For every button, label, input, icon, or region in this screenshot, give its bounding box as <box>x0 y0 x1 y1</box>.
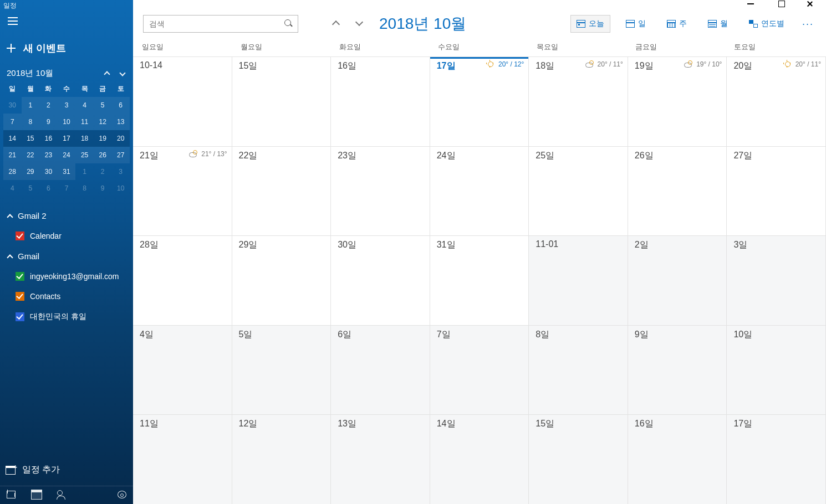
calendar-list-item[interactable]: Calendar <box>6 226 128 246</box>
mini-day-cell[interactable]: 25 <box>75 147 94 163</box>
day-cell[interactable]: 2일 <box>628 235 727 325</box>
people-icon[interactable] <box>57 490 68 500</box>
day-cell[interactable]: 15일 <box>232 56 332 146</box>
window-close-button[interactable] <box>805 0 820 8</box>
mini-day-cell[interactable]: 22 <box>22 147 40 163</box>
day-cell[interactable]: 17일 <box>727 414 826 504</box>
mini-day-cell[interactable]: 13 <box>111 114 130 130</box>
mini-day-cell[interactable]: 10 <box>58 114 76 130</box>
day-cell[interactable]: 31일 <box>430 235 529 325</box>
mini-day-cell[interactable]: 5 <box>94 97 112 114</box>
mini-day-cell[interactable]: 3 <box>111 163 130 180</box>
calendar-checkbox[interactable] <box>16 272 24 281</box>
prev-period-button[interactable] <box>329 17 343 30</box>
day-cell[interactable]: 17일20° / 12° <box>430 56 529 146</box>
day-cell[interactable]: 11일 <box>133 414 232 504</box>
day-cell[interactable]: 26일 <box>628 146 727 236</box>
mini-day-cell[interactable]: 17 <box>58 130 76 147</box>
mini-day-cell[interactable]: 23 <box>39 147 58 163</box>
day-cell[interactable]: 19일19° / 10° <box>628 56 727 146</box>
day-cell[interactable]: 7일 <box>430 325 529 415</box>
calendar-icon[interactable] <box>31 490 42 500</box>
day-cell[interactable]: 12일 <box>232 414 332 504</box>
calendar-checkbox[interactable] <box>16 232 24 240</box>
mini-day-cell[interactable]: 3 <box>58 97 76 114</box>
mini-day-cell[interactable]: 18 <box>75 130 94 147</box>
mini-day-cell[interactable]: 30 <box>39 163 58 180</box>
search-box[interactable] <box>143 15 298 33</box>
mini-day-cell[interactable]: 7 <box>3 114 22 130</box>
mini-day-cell[interactable]: 7 <box>58 180 76 197</box>
mini-day-cell[interactable]: 8 <box>75 180 94 197</box>
mini-day-cell[interactable]: 1 <box>75 163 94 180</box>
day-cell[interactable]: 14일 <box>430 414 529 504</box>
search-input[interactable] <box>149 19 284 28</box>
mini-day-cell[interactable]: 26 <box>94 147 112 163</box>
mini-day-cell[interactable]: 10 <box>111 180 130 197</box>
day-cell[interactable]: 13일 <box>331 414 430 504</box>
mini-day-cell[interactable]: 20 <box>111 130 130 147</box>
mini-day-cell[interactable]: 4 <box>3 180 22 197</box>
view-month-button[interactable]: 월 <box>702 16 733 32</box>
mini-day-cell[interactable]: 31 <box>58 163 76 180</box>
mini-day-cell[interactable]: 30 <box>3 97 22 114</box>
day-cell[interactable]: 18일20° / 11° <box>529 56 628 146</box>
mini-day-cell[interactable]: 14 <box>3 130 22 147</box>
new-event-button[interactable]: 새 이벤트 <box>0 34 133 65</box>
mini-day-cell[interactable]: 19 <box>94 130 112 147</box>
day-cell[interactable]: 22일 <box>232 146 332 236</box>
mini-day-cell[interactable]: 16 <box>39 130 58 147</box>
calendar-list-item[interactable]: Contacts <box>6 286 128 306</box>
mail-icon[interactable] <box>6 490 17 500</box>
day-cell[interactable]: 5일 <box>232 325 332 415</box>
mini-day-cell[interactable]: 21 <box>3 147 22 163</box>
mini-day-cell[interactable]: 8 <box>22 114 40 130</box>
add-calendar-button[interactable]: 일정 추가 <box>0 456 133 486</box>
more-menu-button[interactable]: ··· <box>800 18 816 30</box>
mini-day-cell[interactable]: 12 <box>94 114 112 130</box>
mini-day-cell[interactable]: 9 <box>94 180 112 197</box>
mini-day-cell[interactable]: 6 <box>111 97 130 114</box>
day-cell[interactable]: 30일 <box>331 235 430 325</box>
mini-day-cell[interactable]: 2 <box>94 163 112 180</box>
calendar-list-item[interactable]: ingyeoking13@gmail.com <box>6 266 128 286</box>
day-cell[interactable]: 3일 <box>727 235 826 325</box>
mini-day-cell[interactable]: 1 <box>22 97 40 114</box>
mini-day-cell[interactable]: 24 <box>58 147 76 163</box>
window-minimize-button[interactable] <box>743 0 758 8</box>
next-period-button[interactable] <box>353 17 366 30</box>
day-cell[interactable]: 25일 <box>529 146 628 236</box>
mini-day-cell[interactable]: 29 <box>22 163 40 180</box>
mini-day-cell[interactable]: 28 <box>3 163 22 180</box>
mini-day-cell[interactable]: 27 <box>111 147 130 163</box>
mini-day-cell[interactable]: 5 <box>22 180 40 197</box>
day-cell[interactable]: 28일 <box>133 235 232 325</box>
search-icon[interactable] <box>284 19 293 28</box>
day-cell[interactable]: 24일 <box>430 146 529 236</box>
day-cell[interactable]: 29일 <box>232 235 332 325</box>
calendar-list-item[interactable]: 대한민국의 휴일 <box>6 306 128 327</box>
account-header[interactable]: Gmail <box>6 246 128 266</box>
day-cell[interactable]: 11-01 <box>529 235 628 325</box>
mini-day-cell[interactable]: 2 <box>39 97 58 114</box>
mini-day-cell[interactable]: 15 <box>22 130 40 147</box>
day-cell[interactable]: 16일 <box>331 56 430 146</box>
mini-next-month-icon[interactable] <box>119 71 126 76</box>
calendar-checkbox[interactable] <box>16 292 24 301</box>
day-cell[interactable]: 6일 <box>331 325 430 415</box>
mini-day-cell[interactable]: 11 <box>75 114 94 130</box>
view-year-button[interactable]: 연도별 <box>743 16 790 32</box>
day-cell[interactable]: 16일 <box>628 414 727 504</box>
day-cell[interactable]: 10일 <box>727 325 826 415</box>
day-cell[interactable]: 27일 <box>727 146 826 236</box>
view-week-button[interactable]: 주 <box>661 16 692 32</box>
window-maximize-button[interactable] <box>774 0 789 8</box>
view-day-button[interactable]: 일 <box>620 16 651 32</box>
day-cell[interactable]: 21일21° / 13° <box>133 146 232 236</box>
day-cell[interactable]: 23일 <box>331 146 430 236</box>
mini-day-cell[interactable]: 9 <box>39 114 58 130</box>
day-cell[interactable]: 15일 <box>529 414 628 504</box>
hamburger-button[interactable] <box>0 12 133 34</box>
day-cell[interactable]: 4일 <box>133 325 232 415</box>
day-cell[interactable]: 20일20° / 11° <box>727 56 826 146</box>
